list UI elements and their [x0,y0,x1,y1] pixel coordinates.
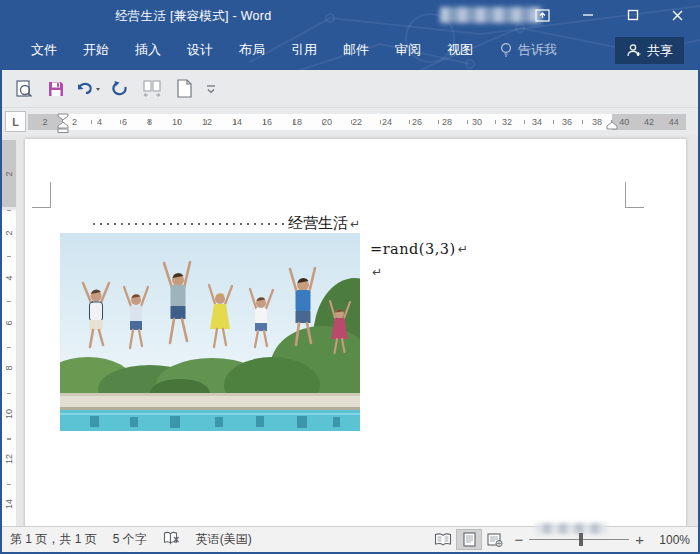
word-count-indicator[interactable]: 5 个字 [113,531,147,548]
print-layout-icon [463,532,476,547]
tell-me-button[interactable]: 告诉我 [500,41,557,59]
new-blank-document-button[interactable] [170,75,197,102]
ruler-number: 40 [619,117,629,127]
paragraph-mark: ↵ [372,265,382,279]
v-ruler-main: 2468101214 [2,210,16,527]
ruler-number: 2 [4,171,14,176]
zoom-out-button[interactable]: − [508,531,529,548]
ribbon-tabs: 文件开始插入设计布局引用邮件审阅视图 [18,30,486,70]
read-mode-button[interactable] [430,529,456,550]
ruler-number: 12 [4,454,14,464]
ribbon-tab-5[interactable]: 布局 [226,30,278,70]
ribbon-tab-1[interactable]: 文件 [18,30,70,70]
ruler-number: 12 [202,117,212,127]
h-ruler-right-margin: 404244 [612,114,686,130]
v-ruler-top-margin: 2 [2,140,16,207]
ruler-number: 6 [4,321,14,326]
ribbon-tab-2[interactable]: 开始 [70,30,122,70]
word-window: 经营生活 [兼容模式] - Word [0,0,700,554]
redo-button[interactable] [106,75,133,102]
document-photo[interactable] [60,233,360,431]
zoom-level-indicator[interactable]: 100% [654,533,690,547]
undo-icon [75,80,101,98]
ribbon-tab-9[interactable]: 视图 [434,30,486,70]
ruler-number: 6 [122,117,127,127]
ruler-number: 2 [72,117,77,127]
document-canvas[interactable]: 2 2468101214 经营生活 ↵ [2,135,698,527]
ruler-number: 24 [382,117,392,127]
ruler-number: 2 [42,117,47,127]
maximize-icon [627,9,639,21]
ruler-number: 10 [172,117,182,127]
ruler-number: 2 [4,230,14,235]
customize-quick-access-toolbar-button[interactable] [202,75,220,102]
margin-corner-mark-right [625,182,644,208]
share-button[interactable]: 共享 [615,37,684,64]
empty-paragraph[interactable]: ↵ [370,265,382,279]
print-layout-button[interactable] [456,529,482,550]
ruler-number: 14 [4,499,14,509]
quick-access-toolbar [2,70,698,108]
ruler-number: 14 [232,117,242,127]
page-number-indicator[interactable]: 第 1 页，共 1 页 [10,531,97,548]
zoom-in-button[interactable]: + [629,531,650,548]
tell-me-label: 告诉我 [518,41,557,59]
ruler-row: L 2 2468101214161820222426283032343638 4… [2,108,698,135]
ruler-number: 42 [644,117,654,127]
customize-quick-access-toolbar-icon [206,83,216,95]
redo-icon [110,80,130,98]
zoom-slider[interactable] [529,529,629,550]
vertical-ruler[interactable]: 2 2468101214 [2,140,16,527]
first-line-indent-marker[interactable] [57,113,69,121]
heading-text: 经营生活 [288,214,348,233]
ruler-number: 36 [562,117,572,127]
ruler-number: 10 [4,409,14,419]
command-paragraph[interactable]: =rand(3,3) ↵ [370,241,468,257]
ribbon-tab-7[interactable]: 邮件 [330,30,382,70]
window-title: 经营生活 [兼容模式] - Word [115,8,272,25]
tab-stop-selector[interactable]: L [5,111,26,132]
ruler-number: 30 [472,117,482,127]
share-person-icon [626,43,641,58]
window-controls [520,0,700,30]
ribbon-tab-8[interactable]: 审阅 [382,30,434,70]
language-indicator[interactable]: 英语(美国) [196,531,252,548]
status-bar: 第 1 页，共 1 页 5 个字 英语(美国) [2,526,698,552]
view-side-by-side-icon [141,79,163,99]
ribbon-display-options-icon [535,9,550,22]
ruler-number: 4 [97,117,102,127]
paragraph-mark: ↵ [350,217,360,231]
ruler-number: 32 [502,117,512,127]
ruler-number: 20 [322,117,332,127]
heading-paragraph[interactable]: 经营生活 ↵ [93,214,360,233]
ribbon-tab-3[interactable]: 插入 [122,30,174,70]
ribbon-tab-4[interactable]: 设计 [174,30,226,70]
ruler-number: 16 [262,117,272,127]
save-button[interactable] [42,75,69,102]
proofing-errors-button[interactable] [163,531,180,548]
minimize-button[interactable] [565,0,610,30]
ruler-number: 26 [412,117,422,127]
print-preview-button[interactable] [10,75,37,102]
ribbon-tab-6[interactable]: 引用 [278,30,330,70]
h-ruler-main: 2468101214161820222426283032343638 [62,114,612,130]
ruler-number: 4 [4,275,14,280]
maximize-button[interactable] [610,0,655,30]
ruler-number: 28 [442,117,452,127]
undo-button[interactable] [74,75,101,102]
horizontal-ruler[interactable]: 2 2468101214161820222426283032343638 404… [28,114,686,130]
ribbon-display-options-button[interactable] [520,0,565,30]
left-indent-marker[interactable] [57,121,69,133]
lightbulb-icon [500,42,512,58]
document-page[interactable]: 经营生活 ↵ [25,139,686,527]
close-button[interactable] [655,0,700,30]
right-indent-marker[interactable] [606,121,618,130]
web-layout-button[interactable] [482,529,508,550]
ruler-number: 44 [669,117,679,127]
view-side-by-side-button[interactable] [138,75,165,102]
command-text: =rand(3,3) [370,241,456,257]
zoom-slider-handle[interactable] [579,533,583,546]
proofing-errors-icon [163,531,180,545]
title-bar: 经营生活 [兼容模式] - Word [0,0,700,30]
margin-corner-mark-left [32,182,51,208]
